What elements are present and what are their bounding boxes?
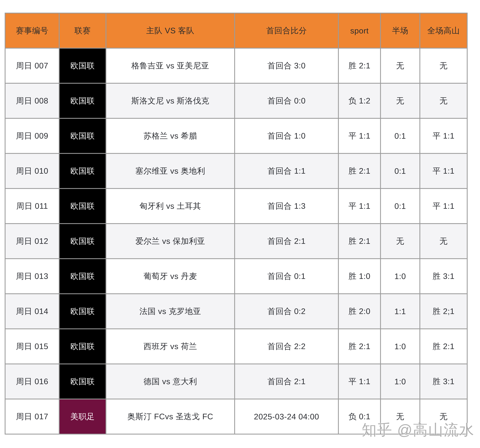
header-league: 联赛 (59, 13, 106, 48)
table-row: 周日 014欧国联法国 vs 克罗地亚首回合 0:2胜 2:01:1胜 2;1 (5, 294, 467, 329)
cell-half: 无 (381, 83, 420, 118)
table-row: 周日 009欧国联苏格兰 vs 希腊首回合 1:0平 1:10:1平 1:1 (5, 118, 467, 154)
cell-match-id: 周日 009 (5, 118, 59, 154)
cell-match-id: 周日 007 (5, 48, 59, 83)
cell-league: 欧国联 (59, 154, 106, 189)
cell-league: 欧国联 (59, 364, 106, 399)
header-full: 全场高山 (420, 13, 467, 48)
header-first-leg: 首回合比分 (235, 13, 339, 48)
table-row: 周日 015欧国联西班牙 vs 荷兰首回合 2:2胜 2:11:0胜 2:1 (5, 329, 467, 364)
cell-full: 平 1:1 (420, 189, 467, 224)
cell-match-id: 周日 013 (5, 259, 59, 294)
cell-match-id: 周日 015 (5, 329, 59, 364)
cell-league: 欧国联 (59, 224, 106, 259)
cell-full: 平 1:1 (420, 118, 467, 154)
cell-first-leg: 首回合 0:0 (235, 83, 339, 118)
cell-half: 1:0 (381, 364, 420, 399)
cell-full: 无 (420, 83, 467, 118)
cell-sport: 胜 2:1 (339, 154, 381, 189)
cell-full: 无 (420, 48, 467, 83)
table-row: 周日 016欧国联德国 vs 意大利首回合 2:1平 1:11:0胜 3:1 (5, 364, 467, 399)
cell-league: 欧国联 (59, 118, 106, 154)
cell-match-id: 周日 008 (5, 83, 59, 118)
cell-half: 无 (381, 399, 420, 434)
cell-sport: 平 1:1 (339, 189, 381, 224)
cell-teams: 法国 vs 克罗地亚 (106, 294, 235, 329)
cell-sport: 胜 2:1 (339, 48, 381, 83)
cell-half: 1:1 (381, 294, 420, 329)
cell-full: 无 (420, 224, 467, 259)
cell-first-leg: 首回合 1:0 (235, 118, 339, 154)
cell-match-id: 周日 010 (5, 154, 59, 189)
cell-sport: 平 1:1 (339, 118, 381, 154)
cell-teams: 爱尔兰 vs 保加利亚 (106, 224, 235, 259)
header-row: 赛事编号 联赛 主队 VS 客队 首回合比分 sport 半场 全场高山 (5, 13, 467, 48)
cell-first-leg: 首回合 2:2 (235, 329, 339, 364)
cell-half: 0:1 (381, 154, 420, 189)
cell-league: 欧国联 (59, 189, 106, 224)
cell-match-id: 周日 017 (5, 399, 59, 434)
table-row: 周日 013欧国联葡萄牙 vs 丹麦首回合 0:1胜 1:01:0胜 3:1 (5, 259, 467, 294)
cell-first-leg: 首回合 0:2 (235, 294, 339, 329)
cell-half: 无 (381, 224, 420, 259)
cell-match-id: 周日 012 (5, 224, 59, 259)
cell-teams: 西班牙 vs 荷兰 (106, 329, 235, 364)
table-row: 周日 012欧国联爱尔兰 vs 保加利亚首回合 2:1胜 2:1无无 (5, 224, 467, 259)
cell-teams: 格鲁吉亚 vs 亚美尼亚 (106, 48, 235, 83)
cell-league: 欧国联 (59, 329, 106, 364)
cell-full: 胜 2:1 (420, 329, 467, 364)
cell-teams: 苏格兰 vs 希腊 (106, 118, 235, 154)
header-half: 半场 (381, 13, 420, 48)
cell-sport: 平 1:1 (339, 364, 381, 399)
cell-first-leg: 首回合 1:1 (235, 154, 339, 189)
cell-full: 无 (420, 399, 467, 434)
table-row: 周日 011欧国联匈牙利 vs 土耳其首回合 1:3平 1:10:1平 1:1 (5, 189, 467, 224)
cell-full: 胜 3:1 (420, 259, 467, 294)
cell-teams: 匈牙利 vs 土耳其 (106, 189, 235, 224)
cell-match-id: 周日 016 (5, 364, 59, 399)
header-match-id: 赛事编号 (5, 13, 59, 48)
cell-teams: 奥斯汀 FCvs 圣迭戈 FC (106, 399, 235, 434)
cell-teams: 葡萄牙 vs 丹麦 (106, 259, 235, 294)
cell-league: 欧国联 (59, 48, 106, 83)
cell-half: 1:0 (381, 259, 420, 294)
cell-first-leg: 首回合 1:3 (235, 189, 339, 224)
cell-full: 胜 3:1 (420, 364, 467, 399)
cell-sport: 胜 2:1 (339, 224, 381, 259)
cell-league: 美职足 (59, 399, 106, 434)
cell-league: 欧国联 (59, 294, 106, 329)
cell-sport: 胜 1:0 (339, 259, 381, 294)
cell-full: 平 1:1 (420, 154, 467, 189)
cell-teams: 德国 vs 意大利 (106, 364, 235, 399)
cell-league: 欧国联 (59, 259, 106, 294)
table-row: 周日 017美职足奥斯汀 FCvs 圣迭戈 FC2025-03-24 04:00… (5, 399, 467, 434)
cell-teams: 塞尔维亚 vs 奥地利 (106, 154, 235, 189)
cell-teams: 斯洛文尼 vs 斯洛伐克 (106, 83, 235, 118)
header-teams: 主队 VS 客队 (106, 13, 235, 48)
cell-half: 0:1 (381, 118, 420, 154)
table-row: 周日 008欧国联斯洛文尼 vs 斯洛伐克首回合 0:0负 1:2无无 (5, 83, 467, 118)
match-results-table: 赛事编号 联赛 主队 VS 客队 首回合比分 sport 半场 全场高山 周日 … (5, 13, 468, 434)
cell-half: 无 (381, 48, 420, 83)
cell-first-leg: 首回合 2:1 (235, 224, 339, 259)
cell-first-leg: 首回合 0:1 (235, 259, 339, 294)
cell-match-id: 周日 011 (5, 189, 59, 224)
cell-sport: 负 1:2 (339, 83, 381, 118)
header-sport: sport (339, 13, 381, 48)
cell-full: 胜 2;1 (420, 294, 467, 329)
table-row: 周日 010欧国联塞尔维亚 vs 奥地利首回合 1:1胜 2:10:1平 1:1 (5, 154, 467, 189)
cell-match-id: 周日 014 (5, 294, 59, 329)
cell-league: 欧国联 (59, 83, 106, 118)
cell-first-leg: 2025-03-24 04:00 (235, 399, 339, 434)
cell-sport: 胜 2:0 (339, 294, 381, 329)
cell-half: 0:1 (381, 189, 420, 224)
cell-half: 1:0 (381, 329, 420, 364)
cell-sport: 胜 2:1 (339, 329, 381, 364)
cell-first-leg: 首回合 3:0 (235, 48, 339, 83)
cell-sport: 负 0:1 (339, 399, 381, 434)
table-row: 周日 007欧国联格鲁吉亚 vs 亚美尼亚首回合 3:0胜 2:1无无 (5, 48, 467, 83)
cell-first-leg: 首回合 2:1 (235, 364, 339, 399)
